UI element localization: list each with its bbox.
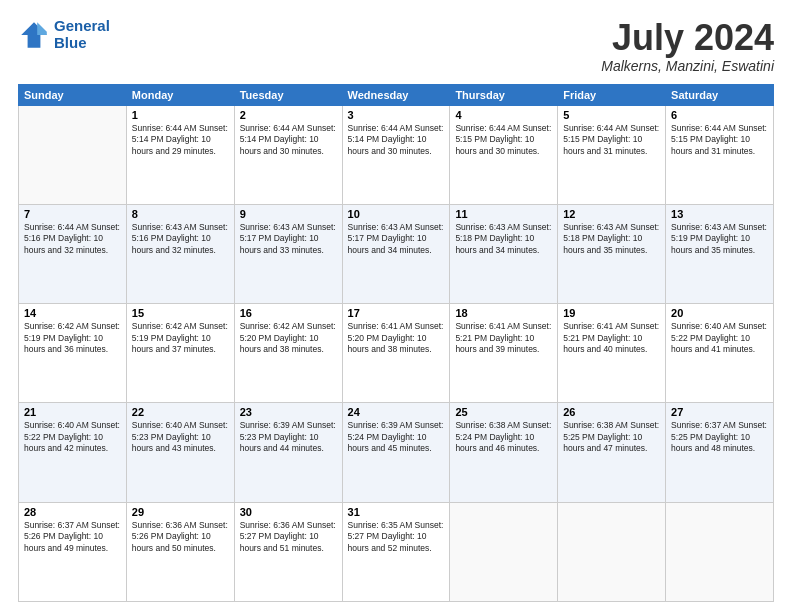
- day-info: Sunrise: 6:40 AM Sunset: 5:22 PM Dayligh…: [24, 420, 121, 454]
- day-number: 11: [455, 208, 552, 220]
- calendar-cell: 15Sunrise: 6:42 AM Sunset: 5:19 PM Dayli…: [126, 304, 234, 403]
- day-info: Sunrise: 6:43 AM Sunset: 5:19 PM Dayligh…: [671, 222, 768, 256]
- day-info: Sunrise: 6:41 AM Sunset: 5:21 PM Dayligh…: [563, 321, 660, 355]
- calendar-cell: 17Sunrise: 6:41 AM Sunset: 5:20 PM Dayli…: [342, 304, 450, 403]
- day-number: 5: [563, 109, 660, 121]
- calendar-cell: 8Sunrise: 6:43 AM Sunset: 5:16 PM Daylig…: [126, 204, 234, 303]
- logo-line2: Blue: [54, 35, 110, 52]
- calendar-cell: 2Sunrise: 6:44 AM Sunset: 5:14 PM Daylig…: [234, 105, 342, 204]
- day-number: 15: [132, 307, 229, 319]
- calendar-cell: 22Sunrise: 6:40 AM Sunset: 5:23 PM Dayli…: [126, 403, 234, 502]
- calendar-cell: 18Sunrise: 6:41 AM Sunset: 5:21 PM Dayli…: [450, 304, 558, 403]
- calendar-cell: 7Sunrise: 6:44 AM Sunset: 5:16 PM Daylig…: [19, 204, 127, 303]
- calendar-cell: 10Sunrise: 6:43 AM Sunset: 5:17 PM Dayli…: [342, 204, 450, 303]
- calendar-cell: 14Sunrise: 6:42 AM Sunset: 5:19 PM Dayli…: [19, 304, 127, 403]
- day-number: 30: [240, 506, 337, 518]
- calendar-cell: [558, 502, 666, 601]
- calendar-cell: [666, 502, 774, 601]
- day-info: Sunrise: 6:43 AM Sunset: 5:18 PM Dayligh…: [455, 222, 552, 256]
- page: General Blue July 2024 Malkerns, Manzini…: [0, 0, 792, 612]
- calendar-week-row: 7Sunrise: 6:44 AM Sunset: 5:16 PM Daylig…: [19, 204, 774, 303]
- day-header-friday: Friday: [558, 84, 666, 105]
- day-info: Sunrise: 6:43 AM Sunset: 5:17 PM Dayligh…: [348, 222, 445, 256]
- day-number: 10: [348, 208, 445, 220]
- day-number: 27: [671, 406, 768, 418]
- day-info: Sunrise: 6:39 AM Sunset: 5:23 PM Dayligh…: [240, 420, 337, 454]
- calendar-cell: 16Sunrise: 6:42 AM Sunset: 5:20 PM Dayli…: [234, 304, 342, 403]
- day-number: 9: [240, 208, 337, 220]
- day-number: 23: [240, 406, 337, 418]
- calendar-cell: 6Sunrise: 6:44 AM Sunset: 5:15 PM Daylig…: [666, 105, 774, 204]
- day-header-wednesday: Wednesday: [342, 84, 450, 105]
- calendar-cell: 13Sunrise: 6:43 AM Sunset: 5:19 PM Dayli…: [666, 204, 774, 303]
- day-number: 19: [563, 307, 660, 319]
- calendar-cell: 3Sunrise: 6:44 AM Sunset: 5:14 PM Daylig…: [342, 105, 450, 204]
- calendar-cell: 26Sunrise: 6:38 AM Sunset: 5:25 PM Dayli…: [558, 403, 666, 502]
- day-number: 8: [132, 208, 229, 220]
- day-info: Sunrise: 6:43 AM Sunset: 5:18 PM Dayligh…: [563, 222, 660, 256]
- calendar-cell: 19Sunrise: 6:41 AM Sunset: 5:21 PM Dayli…: [558, 304, 666, 403]
- day-info: Sunrise: 6:44 AM Sunset: 5:16 PM Dayligh…: [24, 222, 121, 256]
- day-number: 14: [24, 307, 121, 319]
- day-info: Sunrise: 6:44 AM Sunset: 5:15 PM Dayligh…: [671, 123, 768, 157]
- day-number: 7: [24, 208, 121, 220]
- logo-icon: [18, 19, 50, 51]
- day-info: Sunrise: 6:35 AM Sunset: 5:27 PM Dayligh…: [348, 520, 445, 554]
- logo-text: General Blue: [54, 18, 110, 51]
- day-info: Sunrise: 6:42 AM Sunset: 5:19 PM Dayligh…: [132, 321, 229, 355]
- day-number: 22: [132, 406, 229, 418]
- day-info: Sunrise: 6:37 AM Sunset: 5:26 PM Dayligh…: [24, 520, 121, 554]
- day-info: Sunrise: 6:41 AM Sunset: 5:21 PM Dayligh…: [455, 321, 552, 355]
- day-info: Sunrise: 6:42 AM Sunset: 5:20 PM Dayligh…: [240, 321, 337, 355]
- day-info: Sunrise: 6:36 AM Sunset: 5:26 PM Dayligh…: [132, 520, 229, 554]
- day-number: 2: [240, 109, 337, 121]
- calendar-cell: 29Sunrise: 6:36 AM Sunset: 5:26 PM Dayli…: [126, 502, 234, 601]
- calendar-table: SundayMondayTuesdayWednesdayThursdayFrid…: [18, 84, 774, 602]
- calendar-cell: 4Sunrise: 6:44 AM Sunset: 5:15 PM Daylig…: [450, 105, 558, 204]
- day-number: 18: [455, 307, 552, 319]
- day-info: Sunrise: 6:40 AM Sunset: 5:22 PM Dayligh…: [671, 321, 768, 355]
- calendar-cell: 1Sunrise: 6:44 AM Sunset: 5:14 PM Daylig…: [126, 105, 234, 204]
- calendar-cell: 21Sunrise: 6:40 AM Sunset: 5:22 PM Dayli…: [19, 403, 127, 502]
- calendar-week-row: 1Sunrise: 6:44 AM Sunset: 5:14 PM Daylig…: [19, 105, 774, 204]
- day-info: Sunrise: 6:43 AM Sunset: 5:17 PM Dayligh…: [240, 222, 337, 256]
- day-number: 31: [348, 506, 445, 518]
- day-number: 4: [455, 109, 552, 121]
- day-info: Sunrise: 6:38 AM Sunset: 5:24 PM Dayligh…: [455, 420, 552, 454]
- calendar-cell: 9Sunrise: 6:43 AM Sunset: 5:17 PM Daylig…: [234, 204, 342, 303]
- day-info: Sunrise: 6:36 AM Sunset: 5:27 PM Dayligh…: [240, 520, 337, 554]
- calendar-cell: 12Sunrise: 6:43 AM Sunset: 5:18 PM Dayli…: [558, 204, 666, 303]
- day-number: 12: [563, 208, 660, 220]
- calendar-cell: 20Sunrise: 6:40 AM Sunset: 5:22 PM Dayli…: [666, 304, 774, 403]
- day-info: Sunrise: 6:40 AM Sunset: 5:23 PM Dayligh…: [132, 420, 229, 454]
- day-number: 3: [348, 109, 445, 121]
- day-info: Sunrise: 6:39 AM Sunset: 5:24 PM Dayligh…: [348, 420, 445, 454]
- day-number: 16: [240, 307, 337, 319]
- calendar-cell: 11Sunrise: 6:43 AM Sunset: 5:18 PM Dayli…: [450, 204, 558, 303]
- calendar-cell: 27Sunrise: 6:37 AM Sunset: 5:25 PM Dayli…: [666, 403, 774, 502]
- day-number: 26: [563, 406, 660, 418]
- day-info: Sunrise: 6:44 AM Sunset: 5:14 PM Dayligh…: [348, 123, 445, 157]
- calendar-cell: 23Sunrise: 6:39 AM Sunset: 5:23 PM Dayli…: [234, 403, 342, 502]
- calendar-cell: 30Sunrise: 6:36 AM Sunset: 5:27 PM Dayli…: [234, 502, 342, 601]
- title-block: July 2024 Malkerns, Manzini, Eswatini: [601, 18, 774, 74]
- day-info: Sunrise: 6:43 AM Sunset: 5:16 PM Dayligh…: [132, 222, 229, 256]
- day-header-thursday: Thursday: [450, 84, 558, 105]
- day-info: Sunrise: 6:44 AM Sunset: 5:15 PM Dayligh…: [455, 123, 552, 157]
- day-header-monday: Monday: [126, 84, 234, 105]
- logo-line1: General: [54, 18, 110, 35]
- day-number: 24: [348, 406, 445, 418]
- calendar-cell: 5Sunrise: 6:44 AM Sunset: 5:15 PM Daylig…: [558, 105, 666, 204]
- day-number: 17: [348, 307, 445, 319]
- day-number: 13: [671, 208, 768, 220]
- day-info: Sunrise: 6:37 AM Sunset: 5:25 PM Dayligh…: [671, 420, 768, 454]
- day-info: Sunrise: 6:38 AM Sunset: 5:25 PM Dayligh…: [563, 420, 660, 454]
- calendar-cell: 31Sunrise: 6:35 AM Sunset: 5:27 PM Dayli…: [342, 502, 450, 601]
- calendar-cell: 25Sunrise: 6:38 AM Sunset: 5:24 PM Dayli…: [450, 403, 558, 502]
- calendar-week-row: 28Sunrise: 6:37 AM Sunset: 5:26 PM Dayli…: [19, 502, 774, 601]
- day-number: 21: [24, 406, 121, 418]
- svg-marker-1: [37, 22, 47, 35]
- day-header-sunday: Sunday: [19, 84, 127, 105]
- header: General Blue July 2024 Malkerns, Manzini…: [18, 18, 774, 74]
- day-number: 25: [455, 406, 552, 418]
